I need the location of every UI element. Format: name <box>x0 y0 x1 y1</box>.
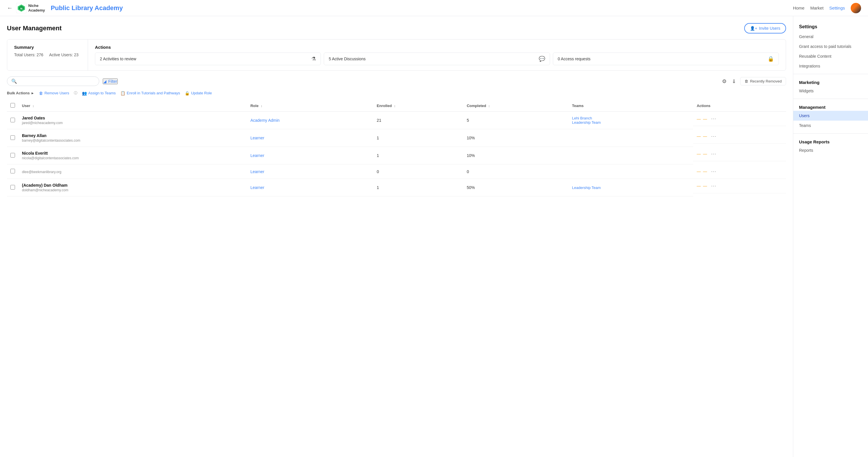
user-cell-0: Jared Oatesjared@nicheacademy.com <box>19 112 247 129</box>
role-link-1[interactable]: Learner <box>250 136 264 140</box>
user-avatar[interactable] <box>851 3 861 13</box>
select-all-header <box>7 100 19 112</box>
more-options-button-0[interactable]: ··· <box>711 116 716 122</box>
more-options-button-4[interactable]: ··· <box>711 183 716 189</box>
dash-button-3[interactable]: — — <box>696 169 708 174</box>
team-link-4[interactable]: Leadership Team <box>572 186 690 190</box>
user-email-3: dlee@beekmanlibrary.org <box>22 170 244 174</box>
actions-box: Actions 2 Activities to review ⚗ 5 Activ… <box>88 39 786 70</box>
enrolled-column-header[interactable]: Enrolled ↕ <box>373 100 463 112</box>
role-link-0[interactable]: Academy Admin <box>250 118 280 123</box>
user-email-4: doldham@nicheacademy.com <box>22 188 244 192</box>
row-checkbox-0[interactable] <box>10 118 15 122</box>
sidebar-item-teams[interactable]: Teams <box>793 121 868 130</box>
user-cell-3: dlee@beekmanlibrary.org <box>19 164 247 179</box>
toolbar: 🔍 ◢ Filter ⚙ ⇓ 🗑 Recently Removed <box>7 76 786 86</box>
enroll-button[interactable]: 📋 Enroll in Tutorials and Pathways <box>120 91 180 96</box>
table-row: (Academy) Dan Oldhamdoldham@nicheacademy… <box>7 179 786 196</box>
more-options-button-1[interactable]: ··· <box>711 133 716 139</box>
filter-button[interactable]: ◢ Filter <box>103 78 118 84</box>
summary-title: Summary <box>14 45 81 50</box>
svg-text:N: N <box>20 7 22 10</box>
settings-icon-button[interactable]: ⚙ <box>721 77 728 86</box>
user-cell-2: Nicola Everittnicola@digitalcontentassoc… <box>19 147 247 164</box>
back-button[interactable]: ← <box>7 5 13 11</box>
table-row: dlee@beekmanlibrary.orgLearner00— —··· <box>7 164 786 179</box>
role-cell-4: Learner <box>247 179 373 196</box>
assign-teams-icon: 👥 <box>82 91 87 96</box>
select-all-checkbox[interactable] <box>10 103 15 108</box>
completed-sort-icon: ↕ <box>488 104 490 108</box>
completed-column-header[interactable]: Completed ↕ <box>463 100 568 112</box>
role-link-2[interactable]: Learner <box>250 153 264 158</box>
update-role-button[interactable]: 🔒 Update Role <box>185 91 212 96</box>
dash-button-2[interactable]: — — <box>696 152 708 156</box>
user-sort-icon: ↕ <box>33 104 34 108</box>
activities-icon: ⚗ <box>311 56 316 62</box>
teams-cell-2 <box>568 147 693 164</box>
row-checkbox-4[interactable] <box>10 185 15 190</box>
role-link-4[interactable]: Learner <box>250 185 264 190</box>
role-link-3[interactable]: Learner <box>250 169 264 174</box>
row-checkbox-1[interactable] <box>10 135 15 140</box>
sidebar-item-integrations[interactable]: Integrations <box>793 61 868 71</box>
user-cell-4: (Academy) Dan Oldhamdoldham@nicheacademy… <box>19 179 247 196</box>
team-link-0[interactable]: Lehi Branch <box>572 116 690 120</box>
sidebar-item-general[interactable]: General <box>793 32 868 41</box>
team-link-0[interactable]: Leadership Team <box>572 120 690 125</box>
role-column-header[interactable]: Role ↕ <box>247 100 373 112</box>
dash-button-1[interactable]: — — <box>696 134 708 138</box>
academy-title: Public Library Academy <box>51 4 123 12</box>
settings-section-title: Settings <box>793 22 868 32</box>
sidebar-item-widgets[interactable]: Widgets <box>793 86 868 96</box>
user-name-2: Nicola Everitt <box>22 151 244 156</box>
table-row: Jared Oatesjared@nicheacademy.comAcademy… <box>7 112 786 129</box>
bulk-actions-label: Bulk Actions ► <box>7 91 34 95</box>
search-icon: 🔍 <box>11 78 17 84</box>
remove-users-info-icon[interactable]: ⓘ <box>74 91 78 96</box>
user-column-header[interactable]: User ↕ <box>19 100 247 112</box>
more-options-button-3[interactable]: ··· <box>711 168 716 174</box>
nav-home[interactable]: Home <box>793 5 805 10</box>
teams-cell-3 <box>568 164 693 179</box>
dash-button-0[interactable]: — — <box>696 117 708 121</box>
assign-teams-button[interactable]: 👥 Assign to Teams <box>82 91 116 96</box>
sidebar-item-grant-access[interactable]: Grant access to paid tutorials <box>793 41 868 51</box>
total-users: Total Users: 276 <box>14 53 43 57</box>
sidebar-item-reusable-content[interactable]: Reusable Content <box>793 51 868 61</box>
summary-actions-row: Summary Total Users: 276 Active Users: 2… <box>7 39 786 71</box>
access-label: 0 Access requests <box>558 57 591 61</box>
action-discussions[interactable]: 5 Active Discussions 💬 <box>324 53 550 65</box>
niche-academy-logo-icon: N <box>16 3 27 13</box>
more-options-button-2[interactable]: ··· <box>711 151 716 157</box>
invite-users-button[interactable]: 👤+ Invite Users <box>744 23 786 33</box>
recently-removed-button[interactable]: 🗑 Recently Removed <box>740 77 786 86</box>
nav-market[interactable]: Market <box>810 5 824 10</box>
summary-box: Summary Total Users: 276 Active Users: 2… <box>7 39 88 70</box>
logo-text: Niche Academy <box>28 3 45 12</box>
user-name-1: Barney Allan <box>22 133 244 138</box>
marketing-section-title: Marketing <box>793 77 868 86</box>
role-cell-2: Learner <box>247 147 373 164</box>
action-access[interactable]: 0 Access requests 🔒 <box>553 53 779 65</box>
nav-left: ← N Niche Academy Public Library Academy <box>7 3 123 13</box>
row-checkbox-2[interactable] <box>10 153 15 158</box>
teams-column-header: Teams <box>568 100 693 112</box>
bulk-actions-bar: Bulk Actions ► 🗑 Remove Users ⓘ 👥 Assign… <box>7 90 786 97</box>
action-activities[interactable]: 2 Activities to review ⚗ <box>95 53 321 65</box>
download-icon-button[interactable]: ⇓ <box>731 77 737 86</box>
row-checkbox-3[interactable] <box>10 169 15 173</box>
user-cell-1: Barney Allanbarney@digitalcontentassocia… <box>19 129 247 147</box>
completed-cell-0: 5 <box>463 112 568 129</box>
nav-settings[interactable]: Settings <box>829 5 845 10</box>
table-row: Barney Allanbarney@digitalcontentassocia… <box>7 129 786 147</box>
search-input[interactable] <box>19 79 95 84</box>
page-header: User Management 👤+ Invite Users <box>7 23 786 33</box>
sidebar-item-users[interactable]: Users <box>793 111 868 121</box>
remove-users-button[interactable]: 🗑 Remove Users <box>39 91 69 96</box>
dash-button-4[interactable]: — — <box>696 184 708 188</box>
role-cell-3: Learner <box>247 164 373 179</box>
sidebar-divider-1 <box>793 74 868 74</box>
sidebar-item-reports[interactable]: Reports <box>793 145 868 155</box>
page-title: User Management <box>7 25 62 32</box>
